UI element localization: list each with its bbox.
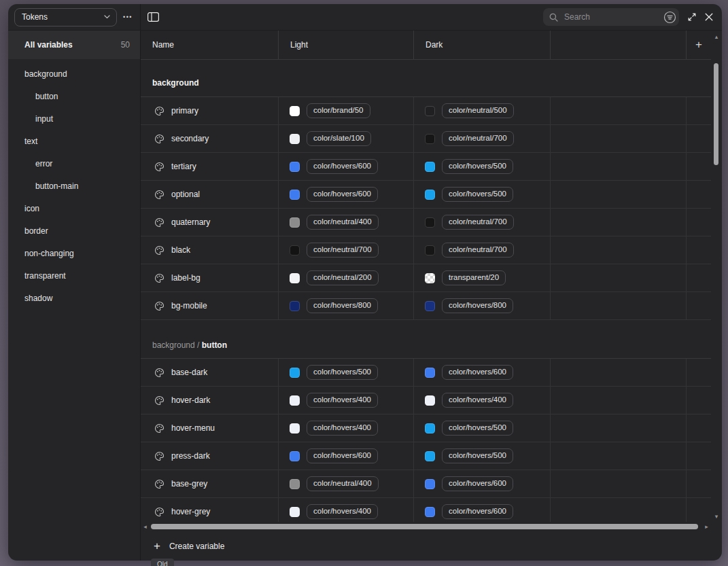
- dark-token-pill[interactable]: color/hovers/500: [442, 187, 513, 202]
- light-token-pill[interactable]: color/slate/100: [307, 131, 371, 147]
- sidebar-item-button-main[interactable]: button-main: [8, 175, 140, 197]
- dark-color-swatch[interactable]: [425, 368, 435, 378]
- light-color-swatch[interactable]: [290, 368, 300, 378]
- sidebar-item-non-changing[interactable]: non-changing: [8, 242, 140, 264]
- table-row[interactable]: label-bg color/neutral/200 transparent/2…: [141, 264, 711, 292]
- empty-cell[interactable]: [550, 181, 686, 208]
- dark-color-swatch[interactable]: [425, 190, 435, 200]
- dark-cell[interactable]: transparent/20: [413, 264, 550, 291]
- dark-token-pill[interactable]: color/hovers/500: [442, 159, 513, 175]
- empty-cell[interactable]: [550, 236, 686, 264]
- light-color-swatch[interactable]: [290, 217, 300, 228]
- light-cell[interactable]: color/hovers/800: [278, 292, 413, 319]
- table-row[interactable]: press-dark color/hovers/600 color/hovers…: [141, 442, 711, 470]
- dark-cell[interactable]: color/neutral/500: [413, 97, 550, 124]
- table-row[interactable]: hover-menu color/hovers/400 color/hovers…: [141, 414, 711, 442]
- create-variable-button[interactable]: + Create variable: [141, 531, 722, 561]
- scroll-right-icon[interactable]: ▸: [703, 524, 710, 530]
- light-color-swatch[interactable]: [290, 301, 300, 311]
- table-row[interactable]: secondary color/slate/100 color/neutral/…: [141, 125, 711, 153]
- dark-cell[interactable]: color/hovers/500: [413, 414, 550, 442]
- light-cell[interactable]: color/neutral/400: [278, 470, 413, 497]
- horizontal-scroll-thumb[interactable]: [151, 524, 698, 529]
- dark-color-swatch[interactable]: [425, 134, 435, 144]
- scroll-left-icon[interactable]: ◂: [141, 524, 149, 530]
- more-options-button[interactable]: •••: [122, 14, 134, 20]
- name-cell[interactable]: press-dark: [141, 442, 278, 470]
- dark-color-swatch[interactable]: [425, 423, 435, 434]
- light-token-pill[interactable]: color/hovers/500: [307, 365, 378, 381]
- light-cell[interactable]: color/hovers/400: [278, 387, 413, 414]
- dark-cell[interactable]: color/hovers/400: [413, 387, 550, 414]
- name-cell[interactable]: base-dark: [141, 359, 278, 386]
- empty-cell[interactable]: [550, 209, 686, 236]
- light-token-pill[interactable]: color/hovers/800: [307, 298, 378, 314]
- horizontal-scrollbar[interactable]: ◂ ▸: [141, 522, 711, 531]
- table-row[interactable]: bg-mobile color/hovers/800 color/hovers/…: [141, 292, 711, 320]
- search-input[interactable]: [563, 12, 659, 22]
- light-token-pill[interactable]: color/neutral/700: [307, 243, 379, 258]
- light-cell[interactable]: color/hovers/400: [278, 414, 413, 442]
- vertical-scroll-thumb[interactable]: [714, 63, 718, 165]
- light-token-pill[interactable]: color/neutral/400: [307, 215, 379, 230]
- name-cell[interactable]: hover-menu: [141, 414, 278, 442]
- table-row[interactable]: quaternary color/neutral/400 color/neutr…: [141, 209, 711, 236]
- light-color-swatch[interactable]: [290, 423, 300, 434]
- table-row[interactable]: tertiary color/hovers/600 color/hovers/5…: [141, 153, 711, 181]
- name-cell[interactable]: secondary: [141, 125, 278, 152]
- light-token-pill[interactable]: color/hovers/400: [307, 421, 378, 436]
- expand-panel-button[interactable]: [687, 12, 697, 22]
- light-color-swatch[interactable]: [290, 479, 300, 489]
- light-cell[interactable]: color/hovers/600: [278, 442, 413, 470]
- dark-color-swatch[interactable]: [425, 451, 435, 461]
- name-cell[interactable]: tertiary: [141, 153, 278, 180]
- dark-token-pill[interactable]: color/neutral/700: [442, 243, 514, 258]
- empty-cell[interactable]: [550, 414, 686, 442]
- name-cell[interactable]: quaternary: [141, 209, 278, 236]
- sidebar-item-error[interactable]: error: [8, 152, 140, 175]
- light-cell[interactable]: color/slate/100: [278, 125, 413, 152]
- dark-cell[interactable]: color/hovers/600: [413, 498, 550, 522]
- sidebar-item-button[interactable]: button: [8, 85, 140, 107]
- horizontal-scroll-track[interactable]: [149, 522, 703, 531]
- filter-button[interactable]: [663, 11, 676, 24]
- sidebar-item-all-variables[interactable]: All variables 50: [8, 31, 140, 59]
- light-token-pill[interactable]: color/hovers/400: [307, 504, 378, 520]
- dark-token-pill[interactable]: color/hovers/500: [442, 448, 513, 464]
- light-color-swatch[interactable]: [290, 162, 300, 172]
- table-row[interactable]: base-dark color/hovers/500 color/hovers/…: [141, 359, 711, 387]
- add-mode-button[interactable]: +: [686, 31, 711, 59]
- empty-cell[interactable]: [550, 292, 686, 319]
- table-row[interactable]: primary color/brand/50 color/neutral/500: [141, 97, 711, 125]
- dark-cell[interactable]: color/hovers/500: [413, 153, 550, 180]
- light-token-pill[interactable]: color/hovers/600: [307, 159, 378, 175]
- light-token-pill[interactable]: color/brand/50: [307, 103, 370, 119]
- close-panel-button[interactable]: [705, 13, 713, 21]
- dark-color-swatch[interactable]: [425, 479, 435, 489]
- empty-cell[interactable]: [550, 442, 686, 470]
- name-cell[interactable]: primary: [141, 97, 278, 124]
- name-cell[interactable]: bg-mobile: [141, 292, 278, 319]
- empty-cell[interactable]: [550, 264, 686, 291]
- light-cell[interactable]: color/neutral/200: [278, 264, 413, 291]
- light-token-pill[interactable]: color/hovers/600: [307, 187, 378, 202]
- light-color-swatch[interactable]: [290, 245, 300, 255]
- dark-token-pill[interactable]: color/hovers/600: [442, 476, 513, 492]
- sidebar-toggle-button[interactable]: [148, 12, 159, 22]
- light-cell[interactable]: color/hovers/500: [278, 359, 413, 386]
- dark-cell[interactable]: color/hovers/600: [413, 359, 550, 386]
- dark-token-pill[interactable]: color/hovers/500: [442, 421, 513, 436]
- sidebar-item-border[interactable]: border: [8, 219, 140, 242]
- light-token-pill[interactable]: color/neutral/400: [307, 476, 379, 492]
- dark-cell[interactable]: color/neutral/700: [413, 125, 550, 152]
- dark-cell[interactable]: color/neutral/700: [413, 209, 550, 236]
- name-cell[interactable]: black: [141, 236, 278, 264]
- dark-token-pill[interactable]: color/neutral/700: [442, 215, 514, 230]
- name-cell[interactable]: hover-grey: [141, 498, 278, 522]
- dark-color-swatch[interactable]: [425, 507, 435, 517]
- light-cell[interactable]: color/hovers/400: [278, 498, 413, 522]
- scroll-up-icon[interactable]: ▴: [713, 34, 721, 40]
- dark-cell[interactable]: color/neutral/700: [413, 236, 550, 264]
- light-cell[interactable]: color/hovers/600: [278, 181, 413, 208]
- table-row[interactable]: base-grey color/neutral/400 color/hovers…: [141, 470, 711, 498]
